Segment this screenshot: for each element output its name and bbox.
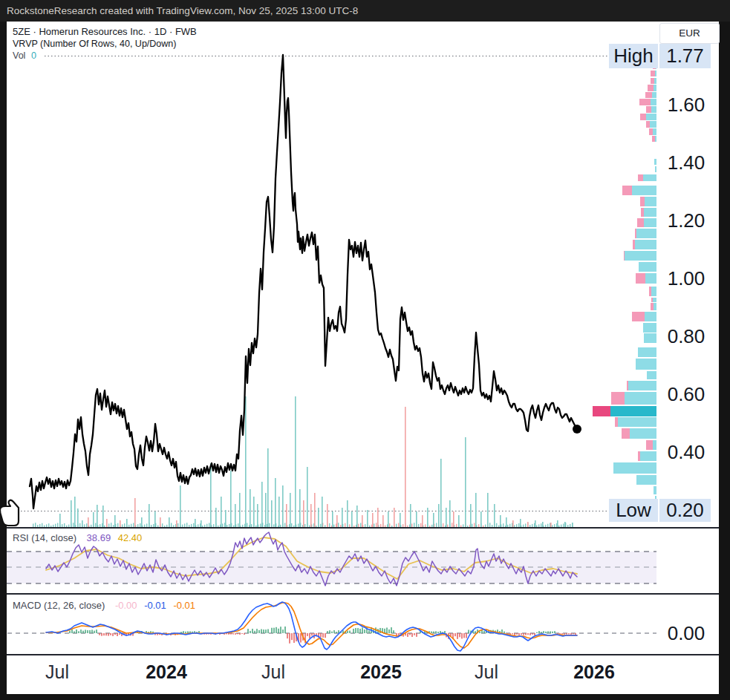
time-axis-label: 2025 (360, 661, 402, 683)
high-label-text: High (613, 45, 653, 67)
separator-macd-timeaxis[interactable] (7, 654, 719, 655)
symbol-title[interactable]: 5ZE · Homerun Resources Inc. · 1D · FWB (13, 26, 197, 37)
tradingview-chart-screenshot: RockstoneResearch created with TradingVi… (0, 0, 730, 700)
attribution-text: RockstoneResearch created with TradingVi… (7, 5, 358, 16)
rsi-legend-label: RSI (14, close) (13, 532, 76, 543)
currency-button[interactable]: EUR (659, 23, 720, 44)
price-tick-label: 1.40 (659, 151, 713, 174)
low-label: Low (609, 499, 658, 522)
low-value-text: 0.20 (666, 499, 704, 521)
macd-line-value: -0.01 (144, 600, 166, 611)
high-value: 1.77 (659, 44, 711, 68)
macd-legend-label: MACD (12, 26, close) (13, 600, 105, 611)
macd-hist-value: -0.00 (115, 600, 137, 611)
high-label: High (609, 44, 658, 68)
indicator-vrvp-label[interactable]: VRVP (Number Of Rows, 40, Up/Down) (13, 39, 176, 49)
currency-label: EUR (679, 27, 700, 39)
time-axis-label: Jul (45, 661, 69, 683)
low-value: 0.20 (659, 499, 711, 522)
time-axis-label: 2024 (146, 661, 187, 683)
price-tick-label: 0.60 (659, 382, 713, 406)
rsi-ma-value: 42.40 (118, 532, 143, 543)
price-tick-label: 1.20 (659, 209, 713, 232)
low-label-text: Low (616, 499, 651, 521)
hand-pointer-sticker-icon[interactable] (0, 497, 21, 530)
price-tick-label: 1.60 (659, 93, 713, 117)
indicator-vrvp-text: VRVP (Number Of Rows, 40, Up/Down) (13, 39, 176, 49)
time-axis-label: 2026 (573, 661, 615, 683)
time-axis-label: Jul (261, 661, 285, 683)
price-tick-label: 1.00 (659, 266, 713, 290)
volume-legend-label: Vol (13, 50, 25, 61)
macd-zero-text: 0.00 (668, 622, 705, 644)
symbol-title-text: 5ZE · Homerun Resources Inc. · 1D · FWB (13, 26, 197, 37)
volume-legend-value: 0 (31, 50, 36, 61)
separator-main-rsi[interactable] (7, 527, 719, 529)
time-axis-label: Jul (475, 661, 498, 683)
macd-legend[interactable]: MACD (12, 26, close) -0.00 -0.01 -0.01 (13, 600, 195, 611)
attribution-bar: RockstoneResearch created with TradingVi… (0, 0, 730, 22)
price-tick-label: 0.80 (659, 324, 713, 348)
volume-legend[interactable]: Vol 0 (13, 50, 36, 61)
separator-rsi-macd[interactable] (7, 593, 719, 595)
high-value-text: 1.77 (666, 45, 704, 67)
macd-zero-label: 0.00 (659, 621, 713, 645)
rsi-value: 38.69 (87, 532, 111, 543)
price-tick-label: 0.40 (659, 440, 713, 464)
rsi-legend[interactable]: RSI (14, close) 38.69 42.40 (13, 532, 142, 543)
macd-signal-value: -0.01 (173, 600, 195, 611)
